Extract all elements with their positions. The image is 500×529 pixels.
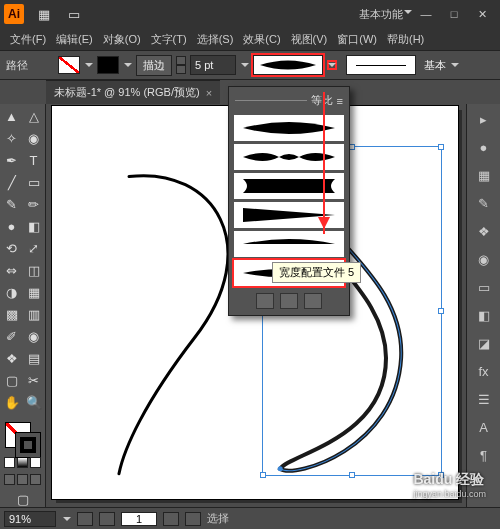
menu-help[interactable]: 帮助(H)	[383, 30, 428, 49]
symbols-panel-icon[interactable]: ❖	[474, 222, 494, 240]
mesh-tool[interactable]: ▩	[2, 304, 22, 324]
stroke-swatch[interactable]	[97, 56, 119, 74]
none-mode-button[interactable]	[30, 457, 41, 468]
transparency-panel-icon[interactable]: ◧	[474, 306, 494, 324]
swatches-panel-icon[interactable]: ▦	[474, 166, 494, 184]
type-tool[interactable]: T	[24, 150, 44, 170]
paragraph-panel-icon[interactable]: ¶	[474, 446, 494, 464]
width-tool[interactable]: ⇔	[2, 260, 22, 280]
tooltip: 宽度配置文件 5	[272, 262, 361, 283]
workspace-switcher[interactable]: 基本功能	[359, 7, 404, 22]
slice-tool[interactable]: ✂	[24, 370, 44, 390]
width-profile-option-2[interactable]	[234, 144, 344, 170]
menu-object[interactable]: 对象(O)	[99, 30, 145, 49]
fill-swatch[interactable]	[58, 56, 80, 74]
pencil-tool[interactable]: ✏	[24, 194, 44, 214]
gradient-tool[interactable]: ▥	[24, 304, 44, 324]
next-artboard-button[interactable]	[163, 512, 179, 526]
blob-brush-tool[interactable]: ●	[2, 216, 22, 236]
blend-tool[interactable]: ◉	[24, 326, 44, 346]
stroke-weight-stepper[interactable]	[176, 56, 186, 74]
draw-normal-button[interactable]	[4, 474, 15, 485]
symbol-sprayer-tool[interactable]: ❖	[2, 348, 22, 368]
reset-profile-button[interactable]	[304, 293, 322, 309]
prev-artboard-button[interactable]	[99, 512, 115, 526]
first-artboard-button[interactable]	[77, 512, 93, 526]
menu-effect[interactable]: 效果(C)	[239, 30, 284, 49]
magic-wand-tool[interactable]: ✧	[2, 128, 22, 148]
zoom-tool[interactable]: 🔍	[24, 392, 44, 412]
artboard-number-field[interactable]: 1	[121, 512, 157, 526]
control-bar: 路径 描边 5 pt 基本	[0, 50, 500, 80]
add-profile-button[interactable]	[256, 293, 274, 309]
hand-tool[interactable]: ✋	[2, 392, 22, 412]
graphic-styles-panel-icon[interactable]: fx	[474, 362, 494, 380]
tools-panel: ▲ △ ✧ ◉ ✒ T ╱ ▭ ✎ ✏ ● ◧ ⟲ ⤢ ⇔ ◫ ◑ ▦ ▩ ▥ …	[0, 104, 46, 507]
fill-stroke-control[interactable]	[5, 422, 41, 448]
graph-tool[interactable]: ▤	[24, 348, 44, 368]
watermark: Baidu 经验 jingyan.baidu.com	[413, 471, 486, 499]
direct-selection-tool[interactable]: △	[24, 106, 44, 126]
arrange-icon[interactable]: ▭	[64, 4, 84, 24]
selection-tool[interactable]: ▲	[2, 106, 22, 126]
fill-dropdown-icon[interactable]	[85, 61, 93, 69]
rectangle-tool[interactable]: ▭	[24, 172, 44, 192]
line-tool[interactable]: ╱	[2, 172, 22, 192]
right-panel-dock: ▸ ● ▦ ✎ ❖ ◉ ▭ ◧ ◪ fx ☰ A ¶	[466, 104, 500, 507]
paintbrush-tool[interactable]: ✎	[2, 194, 22, 214]
rotate-tool[interactable]: ⟲	[2, 238, 22, 258]
width-profile-dropdown-icon[interactable]	[328, 61, 336, 69]
brushes-panel-icon[interactable]: ✎	[474, 194, 494, 212]
stroke-dropdown-icon[interactable]	[124, 61, 132, 69]
stroke-weight-field[interactable]: 5 pt	[190, 55, 236, 75]
title-bar: Ai ▦ ▭ 基本功能 — □ ✕	[0, 0, 500, 28]
close-button[interactable]: ✕	[468, 4, 496, 24]
menu-window[interactable]: 窗口(W)	[333, 30, 381, 49]
artboard-tool[interactable]: ▢	[2, 370, 22, 390]
width-profile-option-1[interactable]	[234, 115, 344, 141]
draw-behind-button[interactable]	[17, 474, 28, 485]
perspective-tool[interactable]: ▦	[24, 282, 44, 302]
brush-definition-selector[interactable]	[346, 55, 416, 75]
dropdown-header: 等比≡	[233, 91, 345, 112]
document-tab-close-icon[interactable]: ×	[206, 87, 212, 99]
draw-inside-button[interactable]	[30, 474, 41, 485]
menu-file[interactable]: 文件(F)	[6, 30, 50, 49]
layers-panel-icon[interactable]: ☰	[474, 390, 494, 408]
color-mode-button[interactable]	[4, 457, 15, 468]
scale-tool[interactable]: ⤢	[24, 238, 44, 258]
delete-profile-button[interactable]	[280, 293, 298, 309]
minimize-button[interactable]: —	[412, 4, 440, 24]
stroke-weight-dropdown-icon[interactable]	[241, 61, 249, 69]
appearance-panel-icon[interactable]: ◪	[474, 334, 494, 352]
character-panel-icon[interactable]: A	[474, 418, 494, 436]
eyedropper-tool[interactable]: ✐	[2, 326, 22, 346]
menu-select[interactable]: 选择(S)	[193, 30, 238, 49]
gradient-mode-button[interactable]	[17, 457, 28, 468]
menu-view[interactable]: 视图(V)	[287, 30, 332, 49]
stroke-panel-link[interactable]: 描边	[136, 55, 172, 76]
eraser-tool[interactable]: ◧	[24, 216, 44, 236]
maximize-button[interactable]: □	[440, 4, 468, 24]
color-panel-icon[interactable]: ●	[474, 138, 494, 156]
last-artboard-button[interactable]	[185, 512, 201, 526]
stroke-panel-icon[interactable]: ◉	[474, 250, 494, 268]
screen-mode-button[interactable]: ▢	[13, 492, 33, 507]
expand-panels-icon[interactable]: ▸	[474, 110, 494, 128]
stroke-box[interactable]	[15, 432, 41, 458]
bridge-icon[interactable]: ▦	[34, 4, 54, 24]
free-transform-tool[interactable]: ◫	[24, 260, 44, 280]
pen-tool[interactable]: ✒	[2, 150, 22, 170]
document-tab[interactable]: 未标题-1* @ 91% (RGB/预览) ×	[46, 80, 220, 104]
menu-type[interactable]: 文字(T)	[147, 30, 191, 49]
width-profile-selector[interactable]	[253, 55, 323, 75]
lasso-tool[interactable]: ◉	[24, 128, 44, 148]
gradient-panel-icon[interactable]: ▭	[474, 278, 494, 296]
brush-dropdown-icon[interactable]	[451, 61, 459, 69]
brush-definition-label: 基本	[424, 58, 446, 73]
shape-builder-tool[interactable]: ◑	[2, 282, 22, 302]
width-profile-option-3[interactable]	[234, 173, 344, 199]
menu-edit[interactable]: 编辑(E)	[52, 30, 97, 49]
zoom-dropdown-icon[interactable]	[63, 515, 71, 523]
zoom-field[interactable]: 91%	[4, 511, 56, 527]
